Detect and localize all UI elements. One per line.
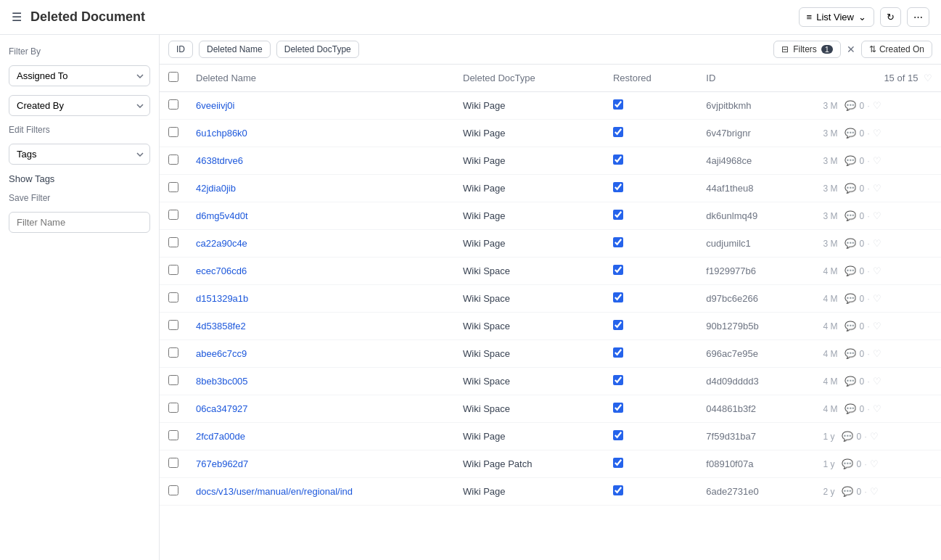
- row-restored-checkbox[interactable]: [613, 99, 623, 110]
- row-checkbox[interactable]: [168, 182, 178, 192]
- comment-icon[interactable]: 💬: [845, 100, 856, 111]
- row-checkbox[interactable]: [168, 127, 178, 137]
- row-like-icon[interactable]: ♡: [873, 348, 882, 359]
- clear-filter-button[interactable]: ✕: [847, 44, 855, 55]
- comment-icon[interactable]: 💬: [845, 403, 856, 414]
- row-checkbox[interactable]: [168, 403, 178, 413]
- row-deleted-name[interactable]: ecec706cd6: [187, 258, 454, 285]
- row-checkbox-cell[interactable]: [160, 120, 187, 147]
- row-like-icon[interactable]: ♡: [873, 238, 882, 249]
- row-restored-checkbox[interactable]: [613, 320, 623, 330]
- row-checkbox-cell[interactable]: [160, 147, 187, 175]
- row-checkbox-cell[interactable]: [160, 175, 187, 202]
- row-checkbox[interactable]: [168, 265, 178, 275]
- row-checkbox-cell[interactable]: [160, 258, 187, 285]
- refresh-button[interactable]: ↻: [880, 7, 901, 27]
- row-deleted-name[interactable]: 6u1chp86k0: [187, 120, 454, 147]
- row-restored-checkbox[interactable]: [613, 210, 623, 220]
- row-checkbox-cell[interactable]: [160, 423, 187, 450]
- comment-icon[interactable]: 💬: [842, 486, 853, 497]
- row-like-icon[interactable]: ♡: [873, 210, 882, 221]
- row-deleted-name[interactable]: 8beb3bc005: [187, 368, 454, 395]
- row-deleted-name[interactable]: 767eb962d7: [187, 450, 454, 478]
- row-restored-checkbox[interactable]: [613, 375, 623, 385]
- row-deleted-name[interactable]: 42jdia0jib: [187, 175, 454, 202]
- id-filter-pill[interactable]: ID: [168, 41, 193, 58]
- row-restored-checkbox[interactable]: [613, 182, 623, 192]
- row-restored-checkbox[interactable]: [613, 265, 623, 275]
- row-checkbox-cell[interactable]: [160, 395, 187, 423]
- row-deleted-name[interactable]: 4638tdrve6: [187, 147, 454, 175]
- row-like-icon[interactable]: ♡: [873, 183, 882, 194]
- deleted-name-filter-pill[interactable]: Deleted Name: [199, 41, 271, 58]
- row-checkbox-cell[interactable]: [160, 285, 187, 313]
- row-deleted-name[interactable]: 6veeiivj0i: [187, 92, 454, 120]
- row-deleted-name[interactable]: 2fcd7a00de: [187, 423, 454, 450]
- assigned-to-filter[interactable]: Assigned To: [9, 65, 150, 86]
- row-like-icon[interactable]: ♡: [873, 155, 882, 166]
- comment-icon[interactable]: 💬: [845, 321, 856, 332]
- row-checkbox-cell[interactable]: [160, 230, 187, 258]
- comment-icon[interactable]: 💬: [842, 458, 853, 469]
- row-deleted-name[interactable]: abee6c7cc9: [187, 340, 454, 368]
- comment-icon[interactable]: 💬: [845, 183, 856, 194]
- row-restored-checkbox[interactable]: [613, 485, 623, 495]
- row-like-icon[interactable]: ♡: [873, 321, 882, 332]
- row-deleted-name[interactable]: d151329a1b: [187, 285, 454, 313]
- filter-name-input[interactable]: [9, 212, 150, 233]
- row-checkbox[interactable]: [168, 155, 178, 165]
- row-checkbox-cell[interactable]: [160, 340, 187, 368]
- tags-filter[interactable]: Tags: [9, 144, 150, 165]
- row-checkbox[interactable]: [168, 292, 178, 302]
- created-by-filter[interactable]: Created By: [9, 95, 150, 116]
- row-like-icon[interactable]: ♡: [873, 403, 882, 414]
- comment-icon[interactable]: 💬: [842, 431, 853, 442]
- row-restored-checkbox[interactable]: [613, 458, 623, 468]
- row-deleted-name[interactable]: 4d53858fe2: [187, 313, 454, 340]
- row-checkbox-cell[interactable]: [160, 368, 187, 395]
- comment-icon[interactable]: 💬: [845, 376, 856, 387]
- more-options-button[interactable]: ⋯: [907, 7, 929, 27]
- select-all-header[interactable]: [160, 65, 187, 92]
- row-restored-checkbox[interactable]: [613, 237, 623, 247]
- row-checkbox-cell[interactable]: [160, 450, 187, 478]
- comment-icon[interactable]: 💬: [845, 238, 856, 249]
- row-like-icon[interactable]: ♡: [870, 458, 879, 469]
- row-checkbox-cell[interactable]: [160, 313, 187, 340]
- row-checkbox[interactable]: [168, 99, 178, 110]
- row-restored-checkbox[interactable]: [613, 403, 623, 413]
- row-like-icon[interactable]: ♡: [870, 431, 879, 442]
- row-checkbox[interactable]: [168, 485, 178, 495]
- row-checkbox[interactable]: [168, 320, 178, 330]
- menu-icon[interactable]: ☰: [12, 10, 22, 24]
- row-restored-checkbox[interactable]: [613, 127, 623, 137]
- row-like-icon[interactable]: ♡: [870, 486, 879, 497]
- row-deleted-name[interactable]: d6mg5v4d0t: [187, 202, 454, 230]
- filters-active-pill[interactable]: ⊟ Filters 1: [773, 41, 841, 58]
- row-checkbox-cell[interactable]: [160, 92, 187, 120]
- comment-icon[interactable]: 💬: [845, 265, 856, 276]
- comment-icon[interactable]: 💬: [845, 128, 856, 139]
- row-like-icon[interactable]: ♡: [873, 376, 882, 387]
- row-deleted-name[interactable]: ca22a90c4e: [187, 230, 454, 258]
- row-deleted-name[interactable]: docs/v13/user/manual/en/regional/ind: [187, 478, 454, 506]
- row-deleted-name[interactable]: 06ca347927: [187, 395, 454, 423]
- comment-icon[interactable]: 💬: [845, 210, 856, 221]
- row-checkbox[interactable]: [168, 458, 178, 468]
- sort-button[interactable]: ⇅ Created On: [861, 41, 932, 58]
- comment-icon[interactable]: 💬: [845, 348, 856, 359]
- row-like-icon[interactable]: ♡: [873, 128, 882, 139]
- row-checkbox[interactable]: [168, 375, 178, 385]
- deleted-doctype-filter-pill[interactable]: Deleted DocType: [276, 41, 359, 58]
- select-all-checkbox[interactable]: [168, 72, 178, 82]
- row-checkbox[interactable]: [168, 237, 178, 247]
- row-checkbox[interactable]: [168, 430, 178, 440]
- row-restored-checkbox[interactable]: [613, 292, 623, 302]
- row-like-icon[interactable]: ♡: [873, 100, 882, 111]
- row-like-icon[interactable]: ♡: [873, 293, 882, 304]
- row-checkbox-cell[interactable]: [160, 478, 187, 506]
- row-restored-checkbox[interactable]: [613, 347, 623, 358]
- row-like-icon[interactable]: ♡: [873, 265, 882, 276]
- row-checkbox[interactable]: [168, 347, 178, 358]
- comment-icon[interactable]: 💬: [845, 293, 856, 304]
